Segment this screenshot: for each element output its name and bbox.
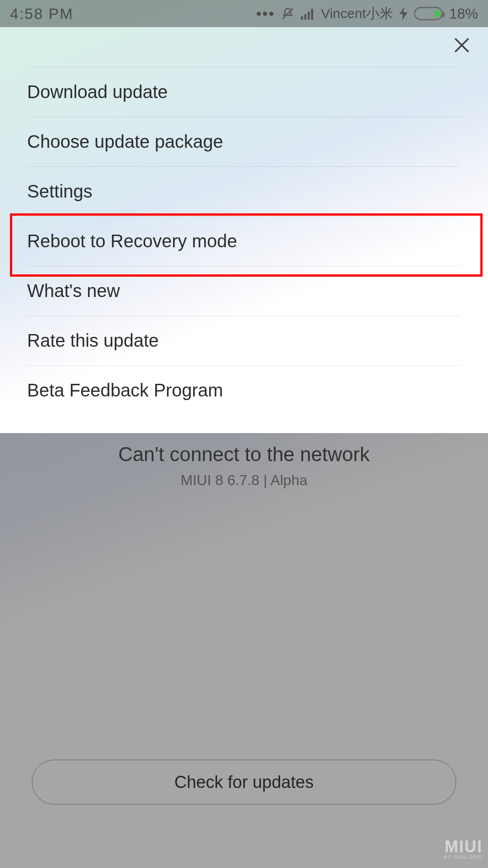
svg-rect-4 bbox=[311, 9, 314, 20]
menu-item-label: What's new bbox=[27, 281, 120, 301]
signal-icon bbox=[301, 7, 314, 20]
menu-item-choose-package[interactable]: Choose update package bbox=[27, 117, 461, 166]
status-bar: 4:58 PM ••• Vincent小米 18% bbox=[0, 0, 488, 27]
menu-item-reboot-recovery[interactable]: Reboot to Recovery mode bbox=[27, 216, 461, 266]
menu-item-label: Reboot to Recovery mode bbox=[27, 231, 237, 251]
battery-icon bbox=[414, 7, 443, 20]
menu-item-label: Choose update package bbox=[27, 132, 223, 152]
menu-item-download-update[interactable]: Download update bbox=[27, 67, 461, 117]
svg-rect-2 bbox=[305, 14, 307, 20]
menu-header bbox=[0, 27, 488, 67]
menu-item-label: Settings bbox=[27, 181, 93, 202]
svg-rect-1 bbox=[301, 16, 303, 20]
svg-line-0 bbox=[283, 9, 293, 19]
menu-item-label: Rate this update bbox=[27, 330, 159, 351]
more-icon: ••• bbox=[256, 6, 275, 21]
mute-icon bbox=[281, 7, 295, 20]
charging-icon bbox=[399, 7, 408, 20]
carrier-label: Vincent小米 bbox=[321, 5, 393, 23]
menu-list: Download update Choose update package Se… bbox=[0, 67, 488, 415]
close-icon[interactable] bbox=[452, 35, 472, 59]
menu-item-settings[interactable]: Settings bbox=[27, 166, 461, 216]
menu-item-label: Beta Feedback Program bbox=[27, 380, 223, 401]
svg-rect-3 bbox=[308, 12, 310, 20]
menu-item-label: Download update bbox=[27, 82, 168, 102]
watermark: MIUI en.miui.com bbox=[444, 840, 483, 860]
menu-item-rate-update[interactable]: Rate this update bbox=[27, 316, 461, 365]
status-time: 4:58 PM bbox=[10, 5, 74, 23]
battery-percent: 18% bbox=[449, 5, 478, 22]
svg-marker-5 bbox=[399, 7, 408, 20]
menu-item-beta-feedback[interactable]: Beta Feedback Program bbox=[27, 365, 461, 415]
options-menu-sheet: Download update Choose update package Se… bbox=[0, 27, 488, 433]
menu-item-whats-new[interactable]: What's new bbox=[27, 266, 461, 316]
